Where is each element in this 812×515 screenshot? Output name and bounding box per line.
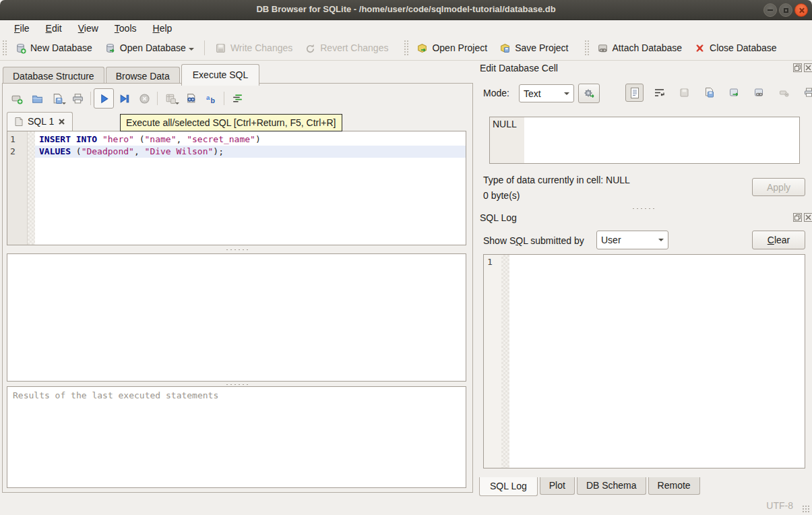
dock-float-button[interactable] <box>793 213 802 222</box>
chevron-down-icon <box>564 92 569 98</box>
save-results-button[interactable] <box>160 88 181 109</box>
menu-tools[interactable]: Tools <box>107 22 144 35</box>
new-database-button[interactable]: New Database <box>9 39 98 57</box>
dock-close-button[interactable] <box>804 213 812 222</box>
export-icon <box>728 87 740 98</box>
toolbar-handle[interactable] <box>584 40 589 56</box>
dock-float-button[interactable] <box>793 63 802 72</box>
status-bar: UTF-8 <box>0 497 812 515</box>
open-project-button[interactable]: Open Project <box>410 39 493 57</box>
dock-tab-sql-log[interactable]: SQL Log <box>479 477 538 496</box>
titlebar[interactable]: DB Browser for SQLite - /home/user/code/… <box>0 0 812 20</box>
toolbar-separator <box>204 40 205 55</box>
apply-button[interactable]: Apply <box>752 178 805 196</box>
results-grid[interactable] <box>7 253 466 382</box>
menu-file[interactable]: File <box>7 22 37 35</box>
execute-line-icon <box>118 92 131 105</box>
stop-button[interactable] <box>134 88 154 109</box>
menu-edit[interactable]: Edit <box>38 22 69 35</box>
save-file-button[interactable] <box>700 84 718 102</box>
sql-tab-bar: SQL 1 <box>7 112 73 131</box>
set-null-button[interactable] <box>775 84 793 102</box>
open-project-icon <box>416 42 428 54</box>
find-replace-button[interactable] <box>181 88 201 109</box>
external-edit-button[interactable] <box>750 84 768 102</box>
import-file-icon <box>679 87 690 98</box>
line-number-gutter: 1 2 <box>7 131 28 245</box>
save-sql-dropdown-caret[interactable] <box>62 102 66 107</box>
sql-log-view[interactable]: 1 <box>483 254 805 468</box>
print-button[interactable] <box>67 88 88 109</box>
clear-label: Clear <box>768 235 790 245</box>
auto-switch-mode-button[interactable] <box>578 84 600 103</box>
minimize-button[interactable] <box>763 3 777 17</box>
dock-tab-remote[interactable]: Remote <box>648 477 700 495</box>
save-project-button[interactable]: Save Project <box>493 39 574 57</box>
word-wrap-button[interactable] <box>650 84 668 102</box>
close-button[interactable] <box>794 3 808 17</box>
attach-database-label: Attach Database <box>613 42 683 53</box>
sql-tab[interactable]: SQL 1 <box>7 112 73 131</box>
print-cell-button[interactable] <box>800 84 812 102</box>
tab-execute-sql[interactable]: Execute SQL <box>181 64 260 86</box>
menu-view[interactable]: View <box>71 22 106 35</box>
mode-select[interactable]: Text <box>519 84 574 102</box>
cell-value-editor[interactable]: NULL <box>489 117 800 164</box>
encoding-indicator: UTF-8 <box>766 500 793 511</box>
open-sql-file-button[interactable] <box>27 88 47 109</box>
splitter-handle <box>225 384 248 386</box>
close-database-button[interactable]: Close Database <box>688 39 783 57</box>
code-area[interactable]: INSERT INTO "hero" ("name", "secret_name… <box>35 131 466 245</box>
close-database-icon <box>694 42 706 54</box>
sql-editor-toolbar: a b <box>7 87 247 110</box>
log-filter-select[interactable]: User <box>596 231 668 249</box>
auto-format-button[interactable]: a b <box>201 88 221 109</box>
open-sql-file-icon <box>31 92 44 105</box>
save-sql-file-button[interactable] <box>47 88 67 109</box>
execute-current-line-button[interactable] <box>114 88 134 109</box>
new-sql-tab-button[interactable] <box>7 88 27 109</box>
attach-database-button[interactable]: Attach Database <box>591 39 689 57</box>
edit-cell-dock-title: Edit Database Cell <box>480 63 558 73</box>
close-icon <box>799 7 805 13</box>
close-tab-icon[interactable] <box>58 118 65 125</box>
dock-splitter[interactable] <box>480 206 805 210</box>
execute-all-button[interactable] <box>94 88 114 109</box>
cell-value: NULL <box>490 117 524 163</box>
sql-editor[interactable]: 1 2 INSERT INTO "hero" ("name", "secret_… <box>7 131 466 245</box>
revert-changes-button[interactable]: Revert Changes <box>299 39 394 57</box>
cell-type-info: Type of data currently in cell: NULL <box>483 175 630 185</box>
open-database-dropdown-caret[interactable] <box>189 48 194 53</box>
menu-help[interactable]: Help <box>146 22 180 35</box>
gear-arrow-icon <box>584 88 595 99</box>
new-database-icon <box>15 42 26 54</box>
float-icon <box>794 214 801 220</box>
sql-file-icon <box>14 117 24 127</box>
open-project-label: Open Project <box>432 42 487 53</box>
execution-results-message[interactable]: Results of the last executed statements <box>7 386 466 488</box>
write-changes-button[interactable]: Write Changes <box>209 39 299 57</box>
dock-close-button[interactable] <box>804 63 812 72</box>
chevron-down-icon <box>658 239 664 244</box>
import-file-button[interactable] <box>675 84 693 102</box>
dock-tab-db-schema[interactable]: DB Schema <box>577 477 646 495</box>
svg-text:a: a <box>206 93 210 100</box>
open-database-button[interactable]: Open Database <box>98 39 200 57</box>
sql-log-dock-buttons <box>793 213 812 222</box>
clear-log-button[interactable]: Clear <box>752 231 805 249</box>
maximize-button[interactable] <box>779 3 792 17</box>
text-document-button[interactable] <box>625 84 644 102</box>
toolbar-handle[interactable] <box>2 40 7 56</box>
toolbar-separator <box>90 92 91 105</box>
set-null-icon <box>778 87 790 98</box>
export-data-button[interactable] <box>725 84 743 102</box>
print-icon <box>71 92 84 105</box>
save-file-icon <box>704 87 715 98</box>
edit-cell-dock-buttons <box>793 63 812 72</box>
resize-grip[interactable] <box>802 505 810 513</box>
editor-results-splitter[interactable] <box>7 247 466 252</box>
save-results-dropdown-caret[interactable] <box>175 102 179 107</box>
toolbar-handle[interactable] <box>404 40 408 56</box>
dock-tab-plot[interactable]: Plot <box>540 477 575 495</box>
toggle-comment-button[interactable] <box>227 88 247 109</box>
